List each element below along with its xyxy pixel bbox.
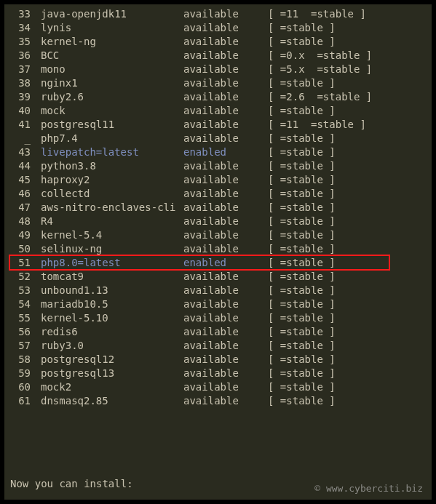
package-row: 33 java-openjdk11available[ =11 =stable …: [10, 7, 426, 21]
package-row: 45 haproxy2available[ =stable ]: [10, 173, 426, 187]
package-status: available: [183, 173, 268, 187]
package-version: [ =11 =stable ]: [268, 7, 426, 21]
package-status: available: [183, 270, 268, 284]
package-status: available: [183, 339, 268, 353]
package-version: [ =stable ]: [268, 367, 426, 380]
package-name: kernel-5.4: [41, 228, 183, 242]
package-status: available: [183, 394, 268, 408]
package-status: available: [183, 242, 268, 256]
package-status: available: [183, 90, 268, 104]
package-name: redis6: [41, 325, 183, 339]
spacer: [31, 242, 41, 256]
package-row: 61 dnsmasq2.85available[ =stable ]: [10, 394, 426, 408]
package-row: 50 selinux-ngavailable[ =stable ]: [10, 242, 426, 256]
spacer: [31, 49, 41, 63]
package-row: 48 R4available[ =stable ]: [10, 215, 426, 228]
package-row: 46 collectdavailable[ =stable ]: [10, 187, 426, 201]
package-status: available: [183, 187, 268, 201]
spacer: [31, 353, 41, 367]
terminal-footer: Now you can install: # yum clean metadat…: [4, 408, 432, 500]
spacer: [31, 104, 41, 118]
line-number: 61: [10, 394, 31, 408]
blank-line: [10, 436, 426, 449]
package-version: [ =stable ]: [268, 270, 426, 284]
package-name: haproxy2: [41, 173, 183, 187]
package-name: BCC: [41, 49, 183, 63]
line-number: 45: [10, 173, 31, 187]
package-name: java-openjdk11: [41, 7, 183, 21]
package-status: available: [183, 201, 268, 215]
spacer: [31, 145, 41, 159]
package-name: php7.4: [41, 132, 183, 145]
line-number: 58: [10, 353, 31, 367]
package-name: kernel-5.10: [41, 311, 183, 325]
package-version: [ =stable ]: [268, 201, 426, 215]
package-version: [ =stable ]: [268, 35, 426, 49]
package-name: postgresql11: [41, 118, 183, 132]
package-version: [ =2.6 =stable ]: [268, 90, 426, 104]
package-version: [ =stable ]: [268, 132, 426, 145]
terminal-window[interactable]: 33 java-openjdk11available[ =11 =stable …: [4, 4, 432, 500]
package-version: [ =stable ]: [268, 325, 426, 339]
spacer: [31, 367, 41, 380]
package-row: 58 postgresql12available[ =stable ]: [10, 353, 426, 367]
package-status: available: [183, 104, 268, 118]
package-status: enabled: [183, 256, 268, 270]
spacer: [31, 215, 41, 228]
spacer: [31, 256, 41, 270]
line-number: 56: [10, 325, 31, 339]
image-frame: 33 java-openjdk11available[ =11 =stable …: [0, 0, 436, 504]
line-number: 37: [10, 63, 31, 76]
package-status: available: [183, 325, 268, 339]
line-number: 51: [10, 256, 31, 270]
package-name: tomcat9: [41, 270, 183, 284]
package-name: postgresql12: [41, 353, 183, 367]
package-row: 57 ruby3.0available[ =stable ]: [10, 339, 426, 353]
package-version: [ =stable ]: [268, 145, 426, 159]
package-name: postgresql13: [41, 367, 183, 380]
line-number: 59: [10, 367, 31, 380]
line-number: 44: [10, 159, 31, 173]
line-number: 38: [10, 76, 31, 90]
package-row: 40 mockavailable[ =stable ]: [10, 104, 426, 118]
package-name: nginx1: [41, 76, 183, 90]
package-row: 53 unbound1.13available[ =stable ]: [10, 284, 426, 297]
package-row: 55 kernel-5.10available[ =stable ]: [10, 311, 426, 325]
line-number: 33: [10, 7, 31, 21]
package-name: livepatch=latest: [41, 145, 183, 159]
package-status: available: [183, 215, 268, 228]
package-status: available: [183, 284, 268, 297]
package-status: enabled: [183, 145, 268, 159]
spacer: [31, 7, 41, 21]
package-version: [ =stable ]: [268, 256, 426, 270]
spacer: [31, 132, 41, 145]
package-row: 54 mariadb10.5available[ =stable ]: [10, 297, 426, 311]
package-version: [ =stable ]: [268, 228, 426, 242]
package-version: [ =stable ]: [268, 242, 426, 256]
package-name: php8.0=latest: [41, 256, 183, 270]
package-version: [ =stable ]: [268, 76, 426, 90]
package-version: [ =stable ]: [268, 215, 426, 228]
spacer: [31, 339, 41, 353]
spacer: [31, 311, 41, 325]
spacer: [31, 118, 41, 132]
package-status: available: [183, 118, 268, 132]
spacer: [31, 90, 41, 104]
line-number: 43: [10, 145, 31, 159]
spacer: [31, 284, 41, 297]
package-name: collectd: [41, 187, 183, 201]
line-number: 48: [10, 215, 31, 228]
spacer: [31, 228, 41, 242]
spacer: [31, 380, 41, 394]
package-row: 60 mock2available[ =stable ]: [10, 380, 426, 394]
line-number: 52: [10, 270, 31, 284]
package-row: 51 php8.0=latestenabled[ =stable ]: [10, 256, 426, 270]
spacer: [31, 21, 41, 35]
package-status: available: [183, 76, 268, 90]
package-name: dnsmasq2.85: [41, 394, 183, 408]
spacer: [31, 159, 41, 173]
spacer: [31, 76, 41, 90]
line-number: 50: [10, 242, 31, 256]
package-name: ruby2.6: [41, 90, 183, 104]
package-row: _ php7.4available[ =stable ]: [10, 132, 426, 145]
